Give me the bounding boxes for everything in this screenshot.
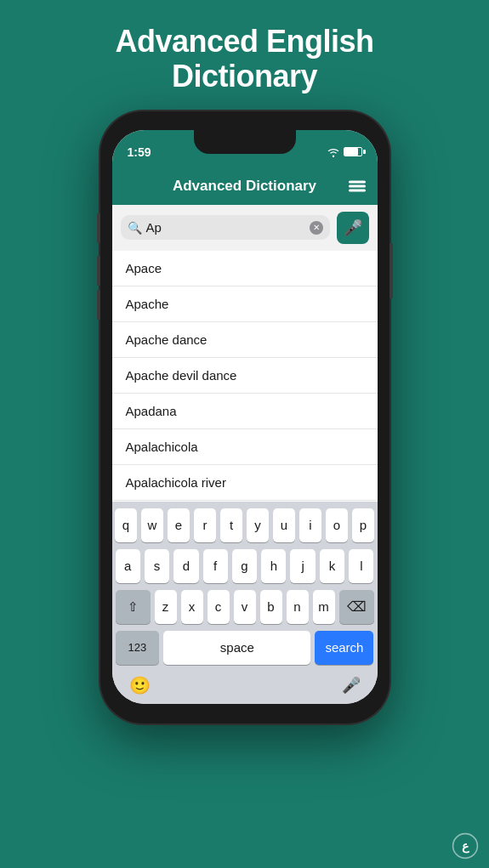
list-item[interactable]: Apalachicola river: [112, 465, 378, 501]
layers-icon[interactable]: [349, 180, 366, 191]
delete-key[interactable]: ⌫: [339, 590, 374, 624]
key-y[interactable]: y: [247, 508, 269, 542]
keyboard-mic-key[interactable]: 🎤: [342, 676, 361, 695]
list-item[interactable]: Apadana: [112, 394, 378, 429]
microphone-icon: 🎤: [344, 218, 362, 237]
key-n[interactable]: n: [287, 590, 309, 624]
status-time: 1:59: [128, 145, 151, 159]
key-e[interactable]: e: [168, 508, 190, 542]
key-r[interactable]: r: [194, 508, 216, 542]
search-bar: 🔍 Ap ✕ 🎤: [112, 205, 378, 251]
word-list: ApaceApacheApache danceApache devil danc…: [112, 251, 378, 502]
key-a[interactable]: a: [116, 549, 140, 583]
key-f[interactable]: f: [203, 549, 228, 583]
list-item[interactable]: Apalachicola: [112, 429, 378, 465]
nav-bar: Advanced Dictionary: [112, 167, 378, 205]
key-c[interactable]: c: [208, 590, 230, 624]
search-input[interactable]: 🔍 Ap ✕: [121, 215, 330, 240]
status-icons: [327, 147, 362, 157]
list-item[interactable]: Apache dance: [112, 322, 378, 358]
key-v[interactable]: v: [234, 590, 256, 624]
keyboard-system-row: 🙂 🎤: [116, 668, 374, 701]
shift-key[interactable]: ⇧: [116, 590, 151, 624]
keyboard-row-1: qwertyuiop: [116, 508, 374, 542]
key-h[interactable]: h: [261, 549, 286, 583]
numbers-key[interactable]: 123: [116, 631, 160, 665]
key-i[interactable]: i: [299, 508, 321, 542]
nav-title: Advanced Dictionary: [173, 178, 316, 195]
wifi-icon: [327, 147, 340, 157]
phone-screen: 1:59 Advanced Dictionary: [112, 130, 378, 704]
status-bar: 1:59: [112, 130, 378, 167]
list-item[interactable]: Apache devil dance: [112, 358, 378, 394]
space-key[interactable]: space: [163, 631, 310, 665]
key-l[interactable]: l: [349, 549, 373, 583]
key-u[interactable]: u: [273, 508, 295, 542]
key-w[interactable]: w: [141, 508, 163, 542]
list-item[interactable]: Apache: [112, 286, 378, 322]
key-z[interactable]: z: [155, 590, 177, 624]
key-t[interactable]: t: [220, 508, 242, 542]
key-g[interactable]: g: [232, 549, 257, 583]
key-p[interactable]: p: [352, 508, 374, 542]
mic-button[interactable]: 🎤: [337, 212, 369, 244]
emoji-key[interactable]: 🙂: [129, 675, 151, 695]
key-o[interactable]: o: [326, 508, 348, 542]
page-title: Advanced English Dictionary: [115, 24, 373, 94]
search-icon: 🔍: [128, 221, 142, 235]
svg-text:ع: ع: [462, 839, 469, 854]
key-s[interactable]: s: [145, 549, 169, 583]
watermark: ع: [452, 832, 479, 859]
key-q[interactable]: q: [115, 508, 137, 542]
search-key[interactable]: search: [315, 631, 373, 665]
battery-icon: [344, 147, 362, 156]
delete-icon: ⌫: [347, 599, 367, 615]
key-b[interactable]: b: [260, 590, 282, 624]
key-m[interactable]: m: [313, 590, 335, 624]
keyboard: qwertyuiop asdfghjkl ⇧ zxcvbnm ⌫ 123 spa…: [112, 502, 378, 704]
phone-frame: 1:59 Advanced Dictionary: [100, 111, 389, 723]
list-item[interactable]: Apace: [112, 251, 378, 286]
search-clear-button[interactable]: ✕: [310, 221, 323, 235]
keyboard-row-2: asdfghjkl: [116, 549, 374, 583]
keyboard-bottom-row: 123 space search: [116, 631, 374, 665]
key-d[interactable]: d: [173, 549, 198, 583]
search-query: Ap: [146, 220, 162, 235]
shift-icon: ⇧: [128, 599, 139, 615]
keyboard-row-3: ⇧ zxcvbnm ⌫: [116, 590, 374, 624]
key-j[interactable]: j: [290, 549, 315, 583]
watermark-logo: ع: [452, 832, 479, 859]
key-k[interactable]: k: [320, 549, 344, 583]
key-x[interactable]: x: [181, 590, 203, 624]
